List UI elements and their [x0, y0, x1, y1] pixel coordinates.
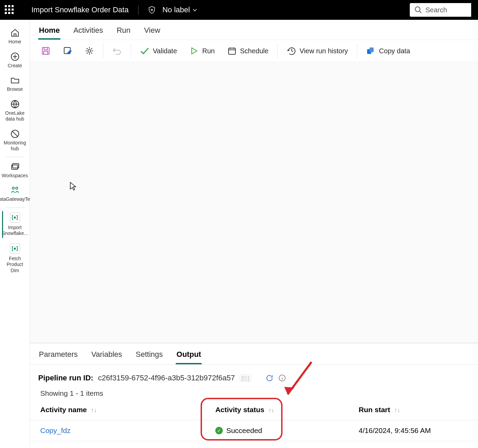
left-nav: Home Create Browse OneLake data hub Moni…: [0, 20, 30, 448]
home-icon: [10, 28, 20, 38]
table-row[interactable]: Copy_fdz ✓ Succeeded 4/16/2024, 9:45:56 …: [30, 420, 478, 441]
bottom-tabs: Parameters Variables Settings Output: [30, 343, 478, 365]
bottom-panel: Parameters Variables Settings Output Pip…: [30, 343, 478, 448]
nav-workspaces[interactable]: Workspaces: [1, 158, 29, 182]
top-bar: Import Snowflake Order Data No label Sea…: [0, 0, 478, 20]
svg-rect-16: [370, 47, 374, 52]
save-as-button[interactable]: [57, 43, 78, 58]
nav-item-label: Monitoring hub: [2, 140, 28, 152]
sort-icon[interactable]: ↑↓: [91, 407, 97, 414]
nav-item-label: Home: [9, 39, 21, 45]
pipeline-icon: [●]: [10, 243, 20, 254]
gear-icon: [85, 46, 94, 56]
tab-output[interactable]: Output: [176, 348, 202, 364]
run-start-text: 4/16/2024, 9:45:56 AM: [359, 426, 431, 434]
chevron-down-icon: [192, 7, 198, 13]
button-label: Schedule: [240, 47, 269, 55]
divider: [5, 157, 25, 157]
divider: [277, 44, 278, 58]
validate-button[interactable]: Validate: [134, 43, 183, 58]
sensitivity-label-button[interactable]: No label: [162, 5, 198, 14]
divider: [103, 44, 103, 58]
svg-rect-10: [44, 47, 47, 50]
save-button[interactable]: [35, 43, 57, 58]
view-run-history-button[interactable]: View run history: [280, 43, 354, 58]
svg-rect-11: [44, 51, 48, 54]
info-icon[interactable]: [278, 374, 286, 382]
workspaces-icon: [10, 162, 20, 171]
search-icon: [415, 6, 422, 14]
nav-home[interactable]: Home: [1, 25, 29, 48]
status-text: Succeeded: [226, 426, 262, 435]
schedule-button[interactable]: Schedule: [221, 43, 275, 58]
button-label: Run: [202, 47, 215, 55]
sensitivity-label-text: No label: [162, 5, 190, 14]
search-placeholder: Search: [425, 6, 447, 14]
sort-icon[interactable]: ↑↓: [394, 407, 400, 414]
divider: [357, 44, 357, 58]
svg-point-1: [415, 7, 420, 12]
plus-circle-icon: [10, 52, 20, 61]
toolbar: Validate Run Schedule View run history: [30, 40, 478, 62]
col-run-start[interactable]: Run start: [359, 406, 390, 414]
button-label: Copy data: [379, 47, 410, 55]
nav-onelake[interactable]: OneLake data hub: [1, 96, 29, 126]
cursor-icon: [70, 182, 76, 191]
nav-import-snowflake[interactable]: [●] Import Snowflake...: [1, 209, 29, 240]
save-pen-icon: [63, 46, 72, 56]
output-table: Activity name ↑↓ Activity status ↑↓ Run …: [30, 400, 478, 441]
pipeline-canvas[interactable]: [30, 62, 478, 343]
col-activity-name[interactable]: Activity name: [40, 406, 87, 414]
svg-point-7: [12, 187, 14, 189]
col-activity-status[interactable]: Activity status: [215, 406, 264, 414]
svg-point-0: [151, 9, 153, 11]
ribbon-tabs: Home Activities Run View: [30, 20, 478, 40]
folder-icon: [10, 75, 20, 85]
svg-point-13: [88, 50, 91, 52]
success-check-icon: ✓: [215, 427, 223, 434]
undo-button[interactable]: [106, 43, 128, 58]
tab-home[interactable]: Home: [38, 23, 60, 40]
nav-datagateway[interactable]: DataGatewayTest: [1, 182, 29, 206]
nav-monitoring[interactable]: Monitoring hub: [1, 126, 29, 155]
copy-icon[interactable]: [⿻]: [240, 375, 251, 382]
sort-icon[interactable]: ↑↓: [269, 407, 274, 414]
nav-item-label: Workspaces: [2, 173, 28, 179]
divider: [131, 44, 131, 58]
run-id-value: c26f3159-6752-4f96-a3b5-312b972f6a57: [98, 374, 235, 382]
workspace-item-icon: [10, 185, 20, 195]
divider: [5, 207, 25, 208]
check-icon: [140, 46, 149, 56]
nav-browse[interactable]: Browse: [1, 72, 29, 96]
tab-variables[interactable]: Variables: [91, 348, 123, 364]
tab-activities[interactable]: Activities: [73, 23, 104, 40]
history-icon: [287, 46, 296, 56]
app-launcher-icon[interactable]: [5, 5, 14, 15]
search-input[interactable]: Search: [410, 3, 471, 17]
run-button[interactable]: Run: [183, 43, 221, 58]
tab-run[interactable]: Run: [116, 23, 131, 40]
copy-data-icon: [366, 46, 376, 56]
button-label: Validate: [153, 47, 177, 55]
save-icon: [41, 46, 50, 56]
page-title: Import Snowflake Order Data: [31, 5, 129, 14]
tab-settings[interactable]: Settings: [135, 348, 164, 364]
showing-text: Showing 1 - 1 items: [30, 384, 478, 400]
nav-create[interactable]: Create: [1, 48, 29, 72]
nav-item-label: Fetch Product Dim: [2, 256, 28, 274]
nav-item-label: Create: [8, 63, 22, 69]
monitoring-icon: [10, 129, 20, 139]
calendar-icon: [227, 46, 237, 56]
settings-button[interactable]: [78, 43, 100, 58]
activity-name-link[interactable]: Copy_fdz: [40, 426, 71, 434]
svg-point-8: [16, 187, 18, 189]
refresh-icon[interactable]: [265, 374, 274, 382]
pipeline-icon: [●]: [10, 212, 20, 223]
tab-view[interactable]: View: [143, 23, 161, 40]
copy-data-button[interactable]: Copy data: [360, 43, 416, 58]
button-label: View run history: [300, 47, 348, 55]
nav-item-label: OneLake data hub: [2, 110, 28, 122]
nav-fetch-product[interactable]: [●] Fetch Product Dim: [1, 240, 29, 277]
tab-parameters[interactable]: Parameters: [38, 348, 78, 364]
run-id-label: Pipeline run ID:: [38, 374, 93, 382]
